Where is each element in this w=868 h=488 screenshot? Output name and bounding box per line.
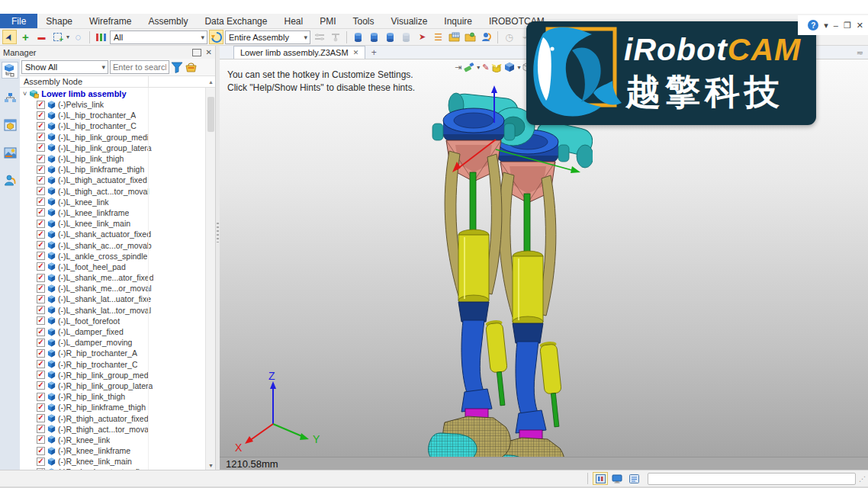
ribbon-collapse-icon[interactable]: ≂: [857, 48, 863, 58]
visibility-checkbox[interactable]: ✓: [37, 230, 45, 239]
visibility-checkbox[interactable]: ✓: [37, 306, 45, 314]
scroll-up-icon[interactable]: ▲: [208, 79, 214, 85]
constrain-move-button[interactable]: [351, 30, 365, 44]
menu-item[interactable]: PMI: [311, 14, 344, 28]
tree-node-row[interactable]: ✓ (-)R_knee_link_main: [20, 456, 215, 467]
tree-node-row[interactable]: ✓ (-)L_hip_link_thigh: [20, 153, 215, 164]
tree-node-row[interactable]: ✓ (-)L_knee_link: [20, 197, 215, 207]
menu-item[interactable]: Wireframe: [81, 14, 140, 28]
menu-item[interactable]: Visualize: [383, 14, 436, 28]
constrain-rotate-button[interactable]: [367, 30, 381, 44]
search-input[interactable]: [110, 60, 169, 74]
visibility-checkbox[interactable]: ✓: [37, 393, 45, 401]
tree-node-row[interactable]: ✓ (-)R_hip_link_thigh: [20, 391, 215, 402]
history-button[interactable]: ◷: [502, 30, 516, 44]
open-box-icon[interactable]: [491, 61, 502, 73]
visibility-checkbox[interactable]: ✓: [37, 360, 45, 368]
tree-node-row[interactable]: ✓ (-)L_shank_actuator_fixed: [20, 229, 215, 239]
visibility-checkbox[interactable]: ✓: [37, 274, 45, 282]
anchor-button[interactable]: [328, 30, 342, 44]
visibility-checkbox[interactable]: ✓: [37, 328, 45, 336]
visibility-checkbox[interactable]: ✓: [37, 458, 45, 466]
sketch-icon[interactable]: ✎: [482, 61, 489, 73]
chevron-down-icon[interactable]: ▾: [517, 64, 520, 71]
assembly-manager-tab[interactable]: [2, 62, 18, 79]
chevron-down-icon[interactable]: ▾: [824, 21, 828, 30]
tree-node-row[interactable]: ✓ (-)R_knee_linkframe: [20, 445, 215, 456]
role-manager-tab[interactable]: [2, 172, 18, 188]
visibility-checkbox[interactable]: ✓: [37, 208, 45, 217]
close-panel-button[interactable]: ✕: [206, 48, 212, 56]
select-tool-button[interactable]: ➤: [2, 30, 17, 44]
tree-node-row[interactable]: ✓ (-)R_hip_trochanter_A: [20, 348, 215, 358]
visibility-checkbox[interactable]: ✓: [37, 252, 45, 260]
tree-node-row[interactable]: ✓ (-)L_shank_ac...or_movab: [20, 239, 215, 250]
minimize-button[interactable]: –: [834, 21, 838, 30]
scroll-down-icon[interactable]: ▼: [206, 463, 215, 468]
tree-node-row[interactable]: ✓ (-)L_hip_trochanter_C: [20, 120, 215, 131]
tree-node-row[interactable]: ✓ (-)R_hip_link_group_med: [20, 370, 215, 380]
delete-component-button[interactable]: ▬: [34, 30, 49, 44]
tree-node-row[interactable]: ✓ (-)L_hip_link_group_medi: [20, 132, 215, 143]
visibility-checkbox[interactable]: ✓: [37, 155, 45, 163]
assembly-tree[interactable]: ˅ Lower limb assembly ✓: [20, 88, 215, 470]
resize-grip-icon[interactable]: ⋰: [859, 475, 868, 483]
menu-item[interactable]: Data Exchange: [196, 14, 275, 28]
tree-node-row[interactable]: ✓ (-)L_shank_lat...tor_moval: [20, 305, 215, 316]
tab-close-icon[interactable]: ✕: [353, 49, 359, 56]
tree-node-row[interactable]: ✓ (-)L_hip_link_group_latera: [20, 143, 215, 153]
filter-funnel-icon[interactable]: [171, 62, 183, 73]
tree-node-row[interactable]: ✓ (-)L_damper_moving: [20, 337, 215, 348]
scrollbar-thumb[interactable]: [207, 97, 214, 132]
display-filter-dropdown[interactable]: All ▾: [110, 30, 207, 44]
visibility-checkbox[interactable]: ✓: [37, 371, 45, 379]
visibility-checkbox[interactable]: ✓: [37, 262, 45, 271]
menu-item[interactable]: Heal: [275, 14, 311, 28]
chevron-down-icon[interactable]: ▾: [66, 34, 69, 40]
menu-item[interactable]: File: [0, 14, 37, 28]
tree-node-row[interactable]: ✓ (-)L_shank_me...ator_fixed: [20, 272, 215, 283]
reference-circle-button[interactable]: ◌: [71, 30, 85, 44]
tree-node-row[interactable]: ✓ (-)L_shank_me...or_moval: [20, 283, 215, 294]
visibility-checkbox[interactable]: ✓: [37, 284, 45, 293]
visibility-checkbox[interactable]: ✓: [37, 187, 45, 195]
tree-node-row[interactable]: ✓ (-)L_ankle_cross_spindle: [20, 251, 215, 262]
drag-component-button[interactable]: ➤: [415, 30, 429, 44]
tree-node-row[interactable]: ✓ (-)R_thigh_actuator_fixed: [20, 413, 215, 423]
visibility-checkbox[interactable]: ✓: [37, 165, 45, 174]
visibility-checkbox[interactable]: ✓: [37, 349, 45, 358]
display-monitor-button[interactable]: [609, 472, 625, 485]
help-icon[interactable]: ?: [808, 20, 818, 30]
visibility-checkbox[interactable]: ✓: [37, 381, 45, 390]
align-button[interactable]: [312, 30, 326, 44]
insert-multi-component-button[interactable]: +: [50, 30, 65, 44]
status-input[interactable]: [648, 473, 856, 485]
tree-node-row[interactable]: ✓ (-)L_knee_link_main: [20, 218, 215, 229]
visibility-checkbox[interactable]: ✓: [37, 143, 45, 152]
chevron-down-icon[interactable]: ▾: [477, 64, 480, 71]
tree-node-row[interactable]: ✓ (-)Pelvis_link: [20, 99, 215, 110]
tree-node-row[interactable]: ✓ (-)L_damper_fixed: [20, 326, 215, 337]
collapse-caret-icon[interactable]: ˅: [23, 90, 27, 98]
view-manager-tab[interactable]: [2, 117, 18, 133]
reuse-library-button[interactable]: [463, 30, 477, 44]
menu-item[interactable]: Inquire: [436, 14, 481, 28]
basket-icon[interactable]: [185, 62, 198, 72]
new-tab-button[interactable]: +: [365, 46, 382, 59]
tree-node-row[interactable]: ✓ (-)R_knee_link: [20, 435, 215, 445]
visibility-checkbox[interactable]: ✓: [37, 435, 45, 444]
visibility-checkbox[interactable]: ✓: [37, 316, 45, 325]
shaded-cube-icon[interactable]: [504, 61, 515, 73]
tree-node-row[interactable]: ✓ (-)L_shank_lat...uator_fixe: [20, 294, 215, 304]
visibility-checkbox[interactable]: ✓: [37, 176, 45, 185]
tree-root-row[interactable]: ˅ Lower limb assembly: [20, 88, 215, 99]
tree-node-row[interactable]: ✓ (-)R_hip_linkframe_thigh: [20, 402, 215, 413]
exit-view-icon[interactable]: ⇥: [455, 61, 461, 73]
visibility-checkbox[interactable]: ✓: [37, 414, 45, 422]
visibility-checkbox[interactable]: ✓: [37, 339, 45, 347]
regen-assembly-button[interactable]: [209, 30, 223, 44]
document-tab[interactable]: Lower limb assembly.Z3ASM ✕: [233, 46, 365, 59]
close-button[interactable]: ✕: [857, 21, 863, 30]
visual-manager-tab[interactable]: [2, 144, 18, 161]
visibility-checkbox[interactable]: ✓: [37, 295, 45, 303]
